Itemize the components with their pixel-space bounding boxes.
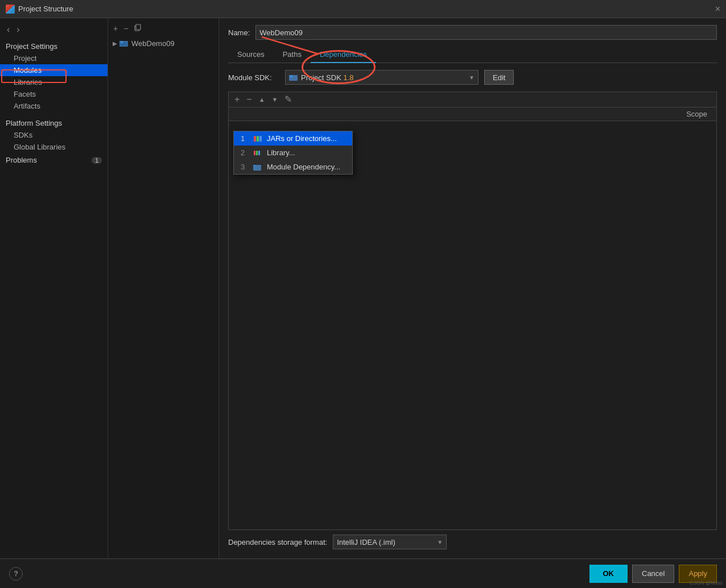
sidebar-item-global-libraries[interactable]: Global Libraries [0, 141, 108, 153]
tree-add-button[interactable]: + [112, 23, 119, 34]
problems-badge: 1 [92, 157, 102, 164]
content-area: Name: Sources Paths Dependencies Module … [219, 18, 726, 558]
svg-rect-10 [257, 136, 259, 142]
storage-row: Dependencies storage format: IntelliJ ID… [228, 530, 717, 552]
svg-rect-9 [254, 136, 256, 142]
sidebar-item-problems[interactable]: Problems 1 [0, 153, 108, 167]
tabs-row: Sources Paths Dependencies [228, 47, 717, 63]
jars-icon [253, 135, 262, 143]
sdk-select[interactable]: Project SDK 1.8 ▼ [285, 70, 478, 85]
sidebar-item-modules[interactable]: Modules [0, 64, 108, 76]
module-dep-icon [253, 163, 262, 171]
forward-button[interactable]: › [14, 24, 22, 35]
edit-button[interactable]: Edit [484, 70, 514, 85]
sidebar: ‹ › Project Settings Project Modules Lib… [0, 18, 108, 558]
project-settings-label: Project Settings [0, 39, 108, 52]
title-bar: Project Structure × [0, 0, 726, 18]
storage-dropdown-arrow-icon: ▼ [437, 539, 443, 545]
watermark: CSDN @Msss [690, 580, 723, 586]
storage-select[interactable]: IntelliJ IDEA (.iml) ▼ [333, 535, 447, 549]
sdk-label: Module SDK: [228, 73, 279, 82]
sdk-select-text: Project SDK 1.8 [301, 73, 469, 82]
svg-rect-8 [291, 76, 292, 77]
dep-col-name [229, 107, 659, 121]
module-tree-toolbar: + − [108, 22, 218, 37]
dep-col-scope: Scope [659, 107, 716, 121]
svg-rect-16 [253, 165, 256, 167]
dep-move-up-button[interactable]: ▲ [257, 96, 267, 103]
dropdown-item-library[interactable]: 2 Library... [234, 146, 352, 160]
sidebar-item-sdks[interactable]: SDKs [0, 129, 108, 141]
cancel-button[interactable]: Cancel [632, 565, 674, 583]
svg-rect-5 [121, 42, 123, 43]
tab-sources[interactable]: Sources [228, 47, 274, 63]
ok-button[interactable]: OK [589, 565, 628, 583]
sdk-dropdown-arrow-icon: ▼ [469, 74, 475, 81]
sidebar-item-project[interactable]: Project [0, 52, 108, 64]
library-icon [253, 149, 262, 157]
app-icon [6, 5, 15, 14]
tab-dependencies[interactable]: Dependencies [311, 47, 376, 63]
tab-paths[interactable]: Paths [274, 47, 311, 63]
tree-copy-button[interactable] [132, 23, 143, 34]
sidebar-nav: ‹ › [0, 23, 108, 39]
title-bar-text: Project Structure [18, 5, 73, 13]
dep-toolbar: + − ▲ ▼ ✎ [228, 92, 717, 107]
sdk-row: Module SDK: Project SDK 1.8 ▼ Edit [228, 70, 717, 85]
module-tree: + − ▶ WebDemo09 [108, 18, 219, 558]
name-label: Name: [228, 28, 250, 37]
main-container: ‹ › Project Settings Project Modules Lib… [0, 18, 726, 558]
svg-rect-13 [256, 151, 258, 155]
dropdown-item-module-dep[interactable]: 3 Module Dependency... [234, 160, 352, 174]
dropdown-item-jars[interactable]: 1 JARs or Directories... [234, 131, 352, 146]
sidebar-item-artifacts[interactable]: Artifacts [0, 100, 108, 112]
bottom-bar: ? OK Cancel Apply CSDN @Msss [0, 558, 726, 588]
platform-settings-label: Platform Settings [0, 115, 108, 129]
tree-remove-button[interactable]: − [122, 23, 130, 34]
svg-rect-11 [259, 136, 262, 142]
storage-select-text: IntelliJ IDEA (.iml) [337, 538, 437, 546]
sdk-folder-icon [289, 73, 298, 82]
svg-rect-12 [254, 151, 255, 155]
add-dependency-dropdown: 1 JARs or Directories... 2 Library... 3 … [233, 131, 353, 175]
module-folder-icon [119, 39, 129, 48]
bottom-left: ? [9, 567, 23, 581]
storage-label: Dependencies storage format: [228, 538, 327, 546]
dep-move-down-button[interactable]: ▼ [270, 96, 280, 103]
platform-section: Platform Settings SDKs Global Libraries [0, 115, 108, 153]
tree-arrow-icon: ▶ [113, 40, 117, 47]
sidebar-item-facets[interactable]: Facets [0, 88, 108, 100]
dep-add-button[interactable]: + [232, 94, 242, 105]
svg-rect-4 [120, 42, 127, 46]
name-input[interactable] [255, 25, 717, 40]
dep-remove-button[interactable]: − [244, 94, 254, 105]
sidebar-item-libraries[interactable]: Libraries [0, 76, 108, 88]
help-button[interactable]: ? [9, 567, 23, 581]
module-name: WebDemo09 [131, 39, 175, 48]
close-button[interactable]: × [715, 4, 720, 14]
svg-rect-14 [258, 151, 260, 155]
back-button[interactable]: ‹ [5, 24, 12, 35]
dep-table: Scope [229, 107, 716, 121]
name-row: Name: [228, 25, 717, 40]
module-item-webdemo09[interactable]: ▶ WebDemo09 [108, 37, 218, 49]
svg-rect-1 [136, 24, 141, 30]
dep-edit-button[interactable]: ✎ [282, 94, 294, 105]
